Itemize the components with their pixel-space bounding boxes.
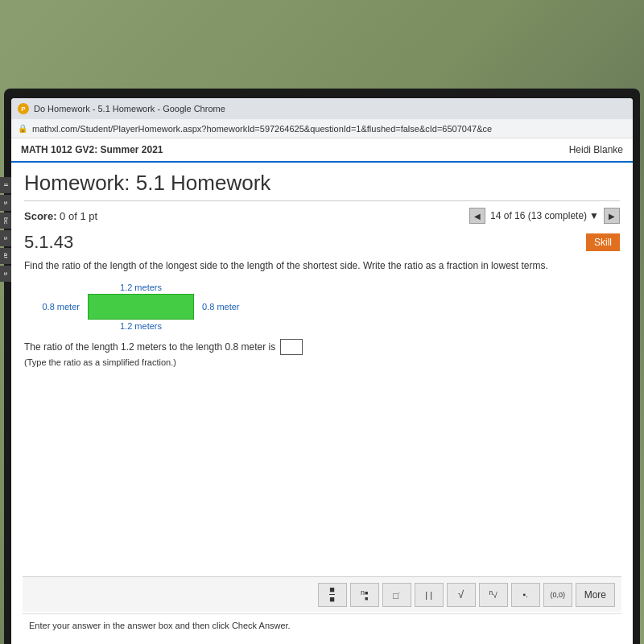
problem-header: 5.1.43 Skill bbox=[24, 232, 620, 253]
abs-btn[interactable]: | | bbox=[415, 583, 444, 607]
bottom-measurement-label: 1.2 meters bbox=[40, 321, 242, 331]
nav-dropdown-icon: ▼ bbox=[589, 210, 599, 221]
bottom-instruction-bar: Enter your answer in the answer box and … bbox=[23, 613, 621, 636]
course-header: MATH 1012 GV2: Summer 2021 Heidi Blanke bbox=[11, 138, 633, 163]
student-name: Heidi Blanke bbox=[569, 144, 623, 155]
nthroot-btn[interactable]: n√ bbox=[479, 583, 508, 607]
problem-text: Find the ratio of the length of the long… bbox=[24, 259, 620, 273]
pearson-favicon: P bbox=[18, 103, 29, 114]
nav-next-button[interactable]: ▶ bbox=[604, 208, 620, 224]
nav-prev-button[interactable]: ◀ bbox=[469, 208, 485, 224]
answer-input[interactable] bbox=[280, 339, 303, 355]
nav-position[interactable]: 14 of 16 (13 complete) ▼ bbox=[490, 210, 599, 221]
url-text: mathxl.com/Student/PlayerHomework.aspx?h… bbox=[32, 124, 492, 134]
score-value: 0 of 1 pt bbox=[60, 210, 97, 222]
right-measurement-label: 0.8 meter bbox=[200, 302, 242, 312]
superscript-icon: □· bbox=[393, 589, 400, 601]
decimal-icon: ▪. bbox=[522, 590, 527, 599]
rectangle-shape bbox=[88, 294, 193, 320]
ratio-question: The ratio of the length 1.2 meters to th… bbox=[24, 339, 620, 355]
simplified-note: (Type the ratio as a simplified fraction… bbox=[24, 357, 620, 367]
ordered-pair-icon: (0,0) bbox=[550, 591, 565, 599]
mixed-num-icon: n■■ bbox=[361, 588, 368, 601]
address-bar[interactable]: 🔒 mathxl.com/Student/PlayerHomework.aspx… bbox=[11, 119, 633, 138]
left-tab-4[interactable]: s bbox=[0, 230, 11, 246]
score-text: Score: 0 of 1 pt bbox=[24, 210, 97, 222]
left-tab-6[interactable]: s bbox=[0, 266, 11, 282]
fraction-icon: ■■ bbox=[329, 585, 335, 604]
left-tab-5[interactable]: ar bbox=[0, 248, 11, 264]
mixed-num-btn[interactable]: n■■ bbox=[350, 583, 379, 607]
fraction-btn[interactable]: ■■ bbox=[318, 583, 347, 607]
score-label: Score: bbox=[24, 210, 56, 222]
main-content: Homework: 5.1 Homework Score: 0 of 1 pt … bbox=[11, 163, 633, 383]
course-title: MATH 1012 GV2: Summer 2021 bbox=[21, 144, 163, 155]
sqrt-btn[interactable]: √ bbox=[447, 583, 476, 607]
rect-row: 0.8 meter 0.8 meter bbox=[40, 294, 242, 320]
problem-number: 5.1.43 bbox=[24, 232, 73, 253]
more-button[interactable]: More bbox=[576, 583, 615, 607]
math-toolbar: ■■ n■■ □· | | √ n√ ▪. (0,0) More bbox=[23, 576, 621, 612]
superscript-btn[interactable]: □· bbox=[382, 583, 411, 607]
tab-title: Do Homework - 5.1 Homework - Google Chro… bbox=[34, 104, 225, 114]
left-measurement-label: 0.8 meter bbox=[40, 302, 81, 312]
score-nav-row: Score: 0 of 1 pt ◀ 14 of 16 (13 complete… bbox=[24, 208, 620, 224]
decimal-btn[interactable]: ▪. bbox=[511, 583, 540, 607]
homework-title: Homework: 5.1 Homework bbox=[24, 171, 620, 201]
nav-controls: ◀ 14 of 16 (13 complete) ▼ ▶ bbox=[469, 208, 620, 224]
ratio-text-label: The ratio of the length 1.2 meters to th… bbox=[24, 341, 275, 353]
ordered-pair-btn[interactable]: (0,0) bbox=[543, 583, 572, 607]
left-tab-1[interactable]: il bbox=[0, 177, 11, 193]
abs-icon: | | bbox=[425, 590, 432, 600]
sqrt-icon: √ bbox=[458, 588, 464, 601]
skill-button[interactable]: Skill bbox=[586, 233, 620, 251]
nav-info: 14 of 16 (13 complete) bbox=[490, 210, 587, 221]
lock-icon: 🔒 bbox=[18, 124, 27, 133]
problem-section: 5.1.43 Skill Find the ratio of the lengt… bbox=[24, 232, 620, 367]
left-tab-3[interactable]: bc bbox=[0, 213, 11, 229]
nthroot-icon: n√ bbox=[489, 588, 497, 600]
instruction-text: Enter your answer in the answer box and … bbox=[29, 621, 291, 630]
chrome-titlebar: P Do Homework - 5.1 Homework - Google Ch… bbox=[11, 98, 633, 119]
top-measurement-label: 1.2 meters bbox=[40, 283, 242, 292]
rectangle-diagram: 1.2 meters 0.8 meter 0.8 meter 1.2 meter… bbox=[40, 283, 242, 331]
left-tabs: il s bc s ar s bbox=[0, 177, 11, 282]
browser-window: P Do Homework - 5.1 Homework - Google Ch… bbox=[11, 98, 633, 644]
left-tab-2[interactable]: s bbox=[0, 195, 11, 211]
